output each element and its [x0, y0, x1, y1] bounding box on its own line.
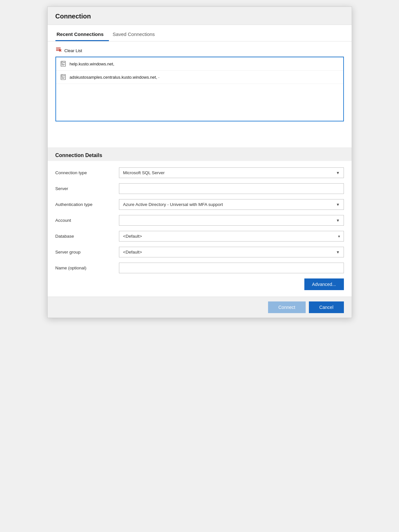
database-select[interactable]: <Default>: [119, 231, 344, 242]
svg-rect-1: [56, 49, 61, 50]
connection-details-title: Connection Details: [55, 153, 102, 158]
spacer: [48, 121, 352, 147]
connection-label-2: adskustosamples.centralus.kusto.windows.…: [70, 75, 159, 80]
connection-details-header: Connection Details: [48, 147, 352, 161]
connection-label-1: help.kusto.windows.net,: [70, 62, 114, 66]
connect-button[interactable]: Connect: [268, 301, 306, 313]
auth-type-label: Authentication type: [55, 202, 114, 207]
clear-list-button[interactable]: Clear List: [55, 45, 344, 57]
name-input[interactable]: [119, 263, 344, 273]
database-wrapper: <Default> ▾: [119, 231, 344, 242]
name-row: Name (optional): [55, 263, 344, 273]
clear-list-icon: [55, 47, 62, 54]
form-area: Connection type Microsoft SQL Server Pos…: [48, 161, 352, 297]
advanced-row: Advanced...: [55, 278, 344, 290]
tab-saved-connections[interactable]: Saved Connections: [111, 28, 160, 41]
connection-type-select[interactable]: Microsoft SQL Server PostgreSQL MySQL: [119, 167, 344, 178]
cancel-button[interactable]: Cancel: [309, 301, 344, 313]
dialog-title-bar: Connection: [48, 7, 352, 25]
db-icon-2: [60, 74, 66, 80]
svg-rect-12: [62, 75, 63, 77]
svg-rect-6: [62, 62, 63, 63]
connections-list: help.kusto.windows.net, adskustosamples.…: [55, 57, 344, 121]
account-select[interactable]: [119, 215, 344, 226]
tab-recent-connections[interactable]: Recent Connections: [55, 28, 109, 41]
recent-connections-body: Clear List help.kusto.windows.net,: [48, 41, 352, 121]
server-input[interactable]: [119, 183, 344, 194]
dialog-title: Connection: [55, 13, 344, 20]
server-group-row: Server group <Default> ▼: [55, 247, 344, 257]
server-row: Server: [55, 183, 344, 194]
connection-dialog: Connection Recent Connections Saved Conn…: [47, 6, 352, 318]
server-group-wrapper: <Default> ▼: [119, 247, 344, 257]
clear-list-label: Clear List: [65, 48, 82, 53]
server-group-select[interactable]: <Default>: [119, 247, 344, 257]
server-input-wrapper: [119, 183, 344, 194]
svg-rect-0: [56, 48, 61, 48]
dialog-footer: Connect Cancel: [48, 297, 352, 318]
connection-type-wrapper: Microsoft SQL Server PostgreSQL MySQL ▼: [119, 167, 344, 178]
account-label: Account: [55, 218, 114, 223]
connection-type-label: Connection type: [55, 170, 114, 175]
database-label: Database: [55, 234, 114, 239]
connection-item-2[interactable]: adskustosamples.centralus.kusto.windows.…: [56, 71, 343, 84]
account-row: Account ▼: [55, 215, 344, 226]
connection-type-row: Connection type Microsoft SQL Server Pos…: [55, 167, 344, 178]
server-group-label: Server group: [55, 250, 114, 255]
auth-type-select[interactable]: Azure Active Directory - Universal with …: [119, 199, 344, 210]
connection-item-1[interactable]: help.kusto.windows.net,: [56, 57, 343, 71]
server-label: Server: [55, 186, 114, 191]
auth-type-wrapper: Azure Active Directory - Universal with …: [119, 199, 344, 210]
name-label: Name (optional): [55, 266, 114, 270]
auth-type-row: Authentication type Azure Active Directo…: [55, 199, 344, 210]
database-row: Database <Default> ▾: [55, 231, 344, 242]
db-icon-1: [60, 61, 66, 67]
clear-icon-svg: [55, 47, 62, 53]
advanced-button[interactable]: Advanced...: [304, 278, 344, 290]
tabs-bar: Recent Connections Saved Connections: [48, 28, 352, 41]
name-input-wrapper: [119, 263, 344, 273]
account-wrapper: ▼: [119, 215, 344, 226]
